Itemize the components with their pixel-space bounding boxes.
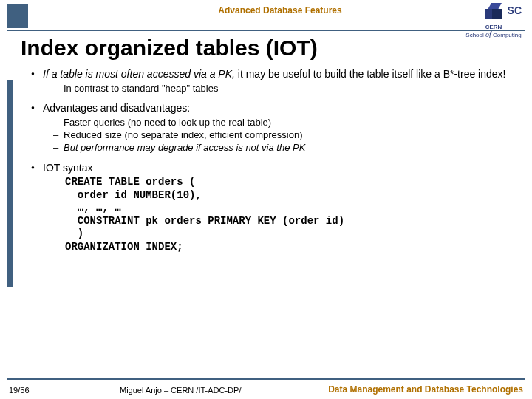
bullet-1-lead: If a table is most often accessed via a … — [43, 68, 235, 80]
page-number: 19/56 — [9, 386, 53, 395]
bullet-2-head: Advantages and disadvantages: — [43, 102, 190, 114]
footer-divider — [7, 378, 525, 380]
left-accent-bar — [7, 80, 13, 287]
header-topic: Advanced Database Features — [28, 4, 532, 16]
bullet-2-sub-1: Faster queries (no need to look up the r… — [64, 117, 517, 129]
footer-course: Data Management and Database Technologie… — [328, 384, 523, 395]
header-block-icon — [7, 4, 28, 28]
slide-footer: 19/56 Miguel Anjo – CERN /IT-ADC-DP/ Dat… — [0, 384, 532, 395]
header-divider — [7, 30, 525, 31]
bullet-2-sub-3: But performance may degrade if access is… — [64, 142, 517, 154]
bullet-2: Advantages and disadvantages: Faster que… — [43, 102, 517, 154]
bullet-1-rest: it may be useful to build the table itse… — [235, 68, 506, 80]
bullet-1: If a table is most often accessed via a … — [43, 68, 517, 95]
bullet-3: IOT syntax CREATE TABLE orders ( order_i… — [43, 162, 517, 254]
footer-author: Miguel Anjo – CERN /IT-ADC-DP/ — [53, 386, 328, 395]
bullet-3-head: IOT syntax — [43, 162, 92, 174]
school-logo: SC CERN School of Computing — [464, 3, 523, 38]
code-block: CREATE TABLE orders ( order_id NUMBER(10… — [65, 176, 517, 253]
logo-org: CERN — [464, 24, 523, 30]
slide-content: If a table is most often accessed via a … — [30, 68, 517, 253]
slide-header: Advanced Database Features — [0, 0, 532, 30]
logo-sc-letters: SC — [508, 4, 522, 16]
logo-tagline: School of Computing — [464, 30, 523, 38]
bullet-2-sub-2: Reduced size (no separate index, efficie… — [64, 129, 517, 142]
cube-icon — [485, 3, 502, 21]
bullet-1-sub-1: In contrast to standard "heap" tables — [64, 83, 517, 95]
slide-title: Index organized tables (IOT) — [21, 35, 525, 61]
